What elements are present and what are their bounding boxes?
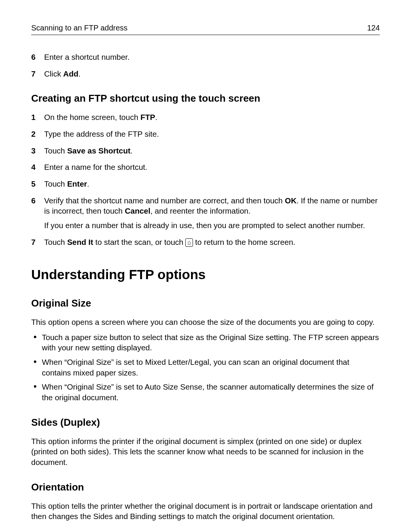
bullet-item: When “Original Size” is set to Auto Size… (31, 382, 380, 403)
step-6: Enter a shortcut number. (31, 52, 380, 62)
bullet-item: Touch a paper size button to select that… (31, 332, 380, 353)
step-7: Touch Send It to start the scan, or touc… (31, 237, 380, 248)
bullet-item: When “Original Size” is set to Mixed Let… (31, 357, 380, 378)
original-size-bullets: Touch a paper size button to select that… (31, 332, 380, 403)
heading-ftp-shortcut: Creating an FTP shortcut using the touch… (31, 92, 380, 105)
step-7: Click Add. (31, 69, 380, 79)
step-text-bold: Add (63, 69, 78, 78)
step-6: Verify that the shortcut name and number… (31, 195, 380, 231)
heading-original-size: Original Size (31, 297, 380, 310)
step-3: Touch Save as Shortcut. (31, 145, 380, 156)
step-5: Touch Enter. (31, 179, 380, 189)
heading-sides-duplex: Sides (Duplex) (31, 416, 380, 429)
continuation-steps-list: Enter a shortcut number. Click Add. (31, 52, 380, 79)
heading-orientation: Orientation (31, 481, 380, 494)
page-header: Scanning to an FTP address 124 (31, 23, 380, 35)
page: Scanning to an FTP address 124 Enter a s… (0, 0, 411, 532)
orientation-body: This option tells the printer whether th… (31, 501, 380, 522)
home-icon: ⌂ (185, 238, 193, 247)
step-text: Enter a shortcut number. (44, 53, 129, 61)
page-number: 124 (367, 23, 380, 33)
step-6-note: If you enter a number that is already in… (44, 220, 380, 231)
sides-body: This option informs the printer if the o… (31, 436, 380, 468)
original-size-intro: This option opens a screen where you can… (31, 317, 380, 328)
header-title: Scanning to an FTP address (31, 23, 127, 33)
step-text-post: . (78, 69, 81, 78)
step-1: On the home screen, touch FTP. (31, 112, 380, 123)
step-4: Enter a name for the shortcut. (31, 162, 380, 173)
step-text-pre: Click (44, 69, 63, 78)
ftp-shortcut-steps: On the home screen, touch FTP. Type the … (31, 112, 380, 247)
heading-understanding-ftp: Understanding FTP options (31, 265, 380, 283)
step-2: Type the address of the FTP site. (31, 129, 380, 139)
